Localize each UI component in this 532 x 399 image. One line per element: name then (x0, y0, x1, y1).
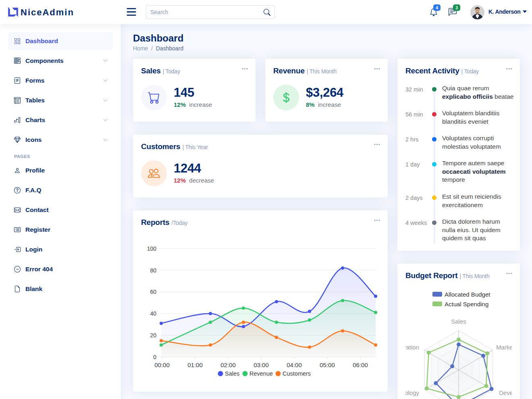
svg-text:100: 100 (147, 245, 157, 252)
svg-text:Customers: Customers (283, 370, 311, 377)
svg-text:0: 0 (153, 354, 156, 360)
svg-text:Information Technology: Information Technology (405, 389, 419, 396)
svg-text:03:00: 03:00 (254, 362, 269, 368)
svg-text:Administration: Administration (405, 344, 419, 351)
svg-text:Sales: Sales (225, 370, 239, 377)
svg-text:06:00: 06:00 (353, 362, 368, 368)
svg-text:02:00: 02:00 (220, 362, 236, 368)
svg-text:20: 20 (150, 332, 156, 339)
svg-text:04:00: 04:00 (287, 362, 302, 368)
svg-text:80: 80 (150, 267, 156, 274)
svg-text:Revenue: Revenue (249, 370, 273, 377)
svg-text:00:00: 00:00 (154, 362, 170, 368)
svg-text:60: 60 (150, 289, 156, 295)
svg-text:Development: Development (499, 389, 512, 396)
svg-text:40: 40 (150, 310, 156, 317)
svg-text:01:00: 01:00 (187, 362, 203, 368)
svg-text:Marketing: Marketing (496, 344, 512, 351)
svg-text:05:00: 05:00 (320, 362, 335, 368)
svg-text:Sales: Sales (451, 318, 466, 325)
